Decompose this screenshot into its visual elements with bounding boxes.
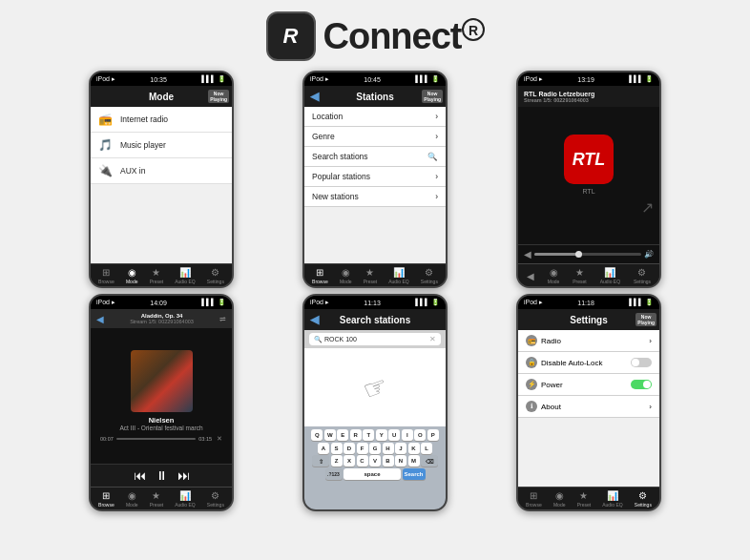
music-shuffle-icon[interactable]: ⇌ (219, 315, 226, 323)
kb-key-x[interactable]: X (344, 455, 355, 467)
logo-area: R ConnectR (266, 0, 485, 71)
now-playing-badge-mode[interactable]: NowPlaying (208, 90, 229, 103)
tab-mode-rtl[interactable]: ◉Mode (548, 267, 560, 284)
kb-key-a[interactable]: A (318, 443, 329, 454)
kb-key-z[interactable]: Z (331, 455, 343, 467)
tab-settings-settings[interactable]: ⚙Settings (635, 490, 652, 508)
mode-internet-radio[interactable]: 📻 Internet radio (91, 107, 232, 133)
music-x-icon[interactable]: ✕ (217, 435, 222, 443)
rtl-header: RTL Radio Letzebuerg Stream 1/5: 0022910… (518, 86, 659, 107)
kb-key-h[interactable]: H (383, 443, 394, 454)
kb-key-c[interactable]: C (357, 455, 368, 467)
rtl-prev-icon[interactable]: ◀ (524, 249, 531, 259)
kb-key-f[interactable]: F (357, 443, 368, 454)
kb-key-v[interactable]: V (369, 455, 381, 467)
kb-key-s[interactable]: S (331, 443, 343, 454)
tab-audio-eq-settings[interactable]: 📊Audio EQ (602, 490, 622, 508)
station-popular[interactable]: Popular stations › (304, 167, 446, 187)
kb-key-t[interactable]: T (363, 429, 374, 441)
settings-auto-lock[interactable]: 🔒 Disable Auto-Lock (518, 352, 659, 374)
tab-preset-music[interactable]: ★Preset (150, 490, 163, 508)
tab-mode-mode[interactable]: ◉Mode (126, 267, 138, 284)
tab-browse-stations[interactable]: ⊞Browse (312, 267, 328, 284)
station-location[interactable]: Location › (304, 107, 446, 127)
now-playing-badge-stations[interactable]: NowPlaying (422, 90, 443, 103)
tab-audio-eq-music[interactable]: 📊Audio EQ (175, 490, 195, 508)
tab-audio-eq-stations[interactable]: 📊Audio EQ (388, 267, 408, 284)
station-new[interactable]: New stations › (304, 187, 446, 207)
location-chevron: › (435, 112, 438, 121)
kb-key-y[interactable]: Y (376, 429, 387, 441)
genre-chevron: › (435, 132, 438, 141)
status-bar-stations: iPod ▸ 10:45 ▌▌▌ 🔋 (304, 73, 446, 86)
tab-settings-stations[interactable]: ⚙Settings (421, 267, 438, 284)
kb-key-j[interactable]: J (395, 443, 406, 454)
search-stations-label: Search stations (312, 152, 368, 161)
kb-key-r[interactable]: R (350, 429, 362, 441)
tab-prev-rtl[interactable]: ◀ (527, 271, 534, 281)
kb-key-k[interactable]: K (408, 443, 420, 454)
settings-radio[interactable]: 📻 Radio › (518, 330, 659, 352)
tab-browse-music[interactable]: ⊞Browse (98, 490, 115, 508)
search-back-arrow[interactable]: ◀ (310, 313, 319, 326)
stations-back-arrow[interactable]: ◀ (310, 90, 319, 103)
kb-key-g[interactable]: G (369, 443, 381, 454)
kb-key-i[interactable]: I (402, 429, 413, 441)
kb-key-d[interactable]: D (344, 443, 355, 454)
tab-settings-mode[interactable]: ⚙Settings (207, 267, 224, 284)
rtl-volume-icon[interactable]: 🔊 (644, 250, 654, 259)
music-progress-bar[interactable] (116, 438, 196, 440)
stations-title: Stations (356, 92, 393, 102)
station-search[interactable]: Search stations 🔍 (304, 147, 446, 167)
tab-settings-rtl[interactable]: ⚙Settings (634, 267, 651, 284)
internet-radio-label: Internet radio (120, 114, 168, 124)
search-input-field[interactable]: 🔍 ROCK 100 ✕ (309, 333, 441, 345)
kb-key-p[interactable]: P (427, 429, 439, 441)
kb-key-b[interactable]: B (383, 455, 394, 467)
kb-key-w[interactable]: W (324, 429, 336, 441)
music-next-btn[interactable]: ⏭ (177, 468, 190, 483)
tab-preset-stations[interactable]: ★Preset (364, 267, 377, 284)
tab-mode-music[interactable]: ◉Mode (126, 490, 138, 508)
kb-key-e[interactable]: E (337, 429, 348, 441)
kb-key-space[interactable]: space (344, 468, 401, 480)
mode-header: Mode NowPlaying (91, 86, 232, 107)
tab-browse-settings[interactable]: ⊞Browse (526, 490, 542, 508)
music-prev-btn[interactable]: ⏮ (134, 468, 146, 483)
mode-music-player[interactable]: 🎵 Music player (91, 133, 232, 158)
rtl-corner-icon: ↗ (641, 198, 654, 217)
now-playing-badge-settings[interactable]: NowPlaying (635, 313, 656, 326)
tab-audio-eq-mode[interactable]: 📊Audio EQ (175, 267, 195, 284)
aux-in-label: AUX in (120, 166, 145, 176)
tab-browse-mode[interactable]: ⊞Browse (98, 267, 115, 284)
tab-settings-music[interactable]: ⚙Settings (207, 490, 224, 508)
tab-mode-settings[interactable]: ◉Mode (553, 490, 566, 508)
kb-key-m[interactable]: M (408, 455, 420, 467)
mode-aux-in[interactable]: 🔌 AUX in (91, 158, 232, 184)
kb-key-backspace[interactable]: ⌫ (421, 455, 438, 467)
auto-lock-toggle[interactable] (631, 358, 652, 367)
settings-about[interactable]: ℹ About › (518, 396, 659, 418)
kb-key-search[interactable]: Search (403, 468, 426, 480)
kb-key-n[interactable]: N (395, 455, 406, 467)
kb-key-shift[interactable]: ⇧ (312, 455, 329, 467)
search-clear-icon[interactable]: ✕ (429, 335, 436, 343)
tab-preset-settings[interactable]: ★Preset (577, 490, 591, 508)
tab-audio-eq-rtl[interactable]: 📊Audio EQ (600, 267, 620, 284)
tab-preset-rtl[interactable]: ★Preset (573, 267, 586, 284)
music-play-btn[interactable]: ⏸ (156, 468, 168, 483)
tab-preset-mode[interactable]: ★Preset (150, 267, 163, 284)
search-input-value[interactable]: ROCK 100 (323, 336, 429, 342)
kb-key-numeric[interactable]: .?123 (325, 468, 343, 480)
kb-key-q[interactable]: Q (311, 429, 323, 441)
settings-power[interactable]: ⚡ Power (518, 374, 659, 396)
power-toggle[interactable] (631, 380, 652, 389)
music-back-icon[interactable]: ◀ (96, 314, 104, 324)
tab-mode-stations[interactable]: ◉Mode (340, 267, 352, 284)
kb-key-l[interactable]: L (421, 443, 432, 454)
status-left-rtl: iPod ▸ (524, 75, 543, 83)
kb-key-o[interactable]: O (414, 429, 426, 441)
kb-key-u[interactable]: U (388, 429, 400, 441)
station-genre[interactable]: Genre › (304, 127, 446, 147)
rtl-progress-bar[interactable] (534, 253, 641, 256)
